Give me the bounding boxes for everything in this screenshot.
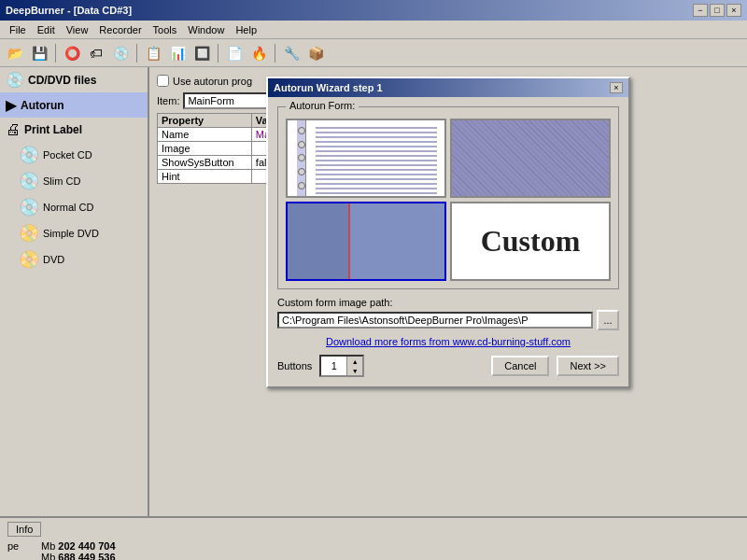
buttons-label: Buttons [277, 360, 312, 371]
sidebar-label-print-label: Print Label [24, 123, 82, 136]
sidebar-label-dvd: DVD [43, 254, 64, 265]
toolbar-disc[interactable]: 💿 [109, 42, 132, 64]
sidebar-item-autorun[interactable]: ▶ Autorun [0, 92, 148, 118]
spin-down-button[interactable]: ▼ [347, 366, 362, 375]
toolbar-sep-3 [218, 44, 218, 63]
menu-file[interactable]: File [4, 22, 32, 37]
spin-up-button[interactable]: ▲ [347, 357, 362, 366]
download-link[interactable]: Download more forms from www.cd-burning-… [277, 336, 619, 347]
path-row: ... [277, 310, 619, 330]
close-button[interactable]: × [726, 4, 741, 17]
menu-recorder[interactable]: Recorder [93, 22, 147, 37]
toolbar-tools2[interactable]: 🔧 [280, 42, 303, 64]
sidebar-item-pocket-cd[interactable]: 💿 Pocket CD [0, 142, 148, 168]
spin-control: 1 ▲ ▼ [319, 355, 364, 377]
menu-window[interactable]: Window [182, 22, 230, 37]
form-line [316, 164, 437, 166]
custom-path-section: Custom form image path: ... [277, 297, 619, 330]
menu-tools[interactable]: Tools [148, 22, 183, 37]
stat-label-1: Mb [41, 552, 55, 560]
dialog-title-text: Autorun Wizard step 1 [274, 82, 383, 93]
toolbar-doc[interactable]: 📄 [223, 42, 246, 64]
stat-row-1: Mb 688 449 536 [41, 552, 123, 560]
dialog-title-bar: Autorun Wizard step 1 × [268, 78, 628, 97]
sidebar-item-cd-dvd-files[interactable]: 💿 CD/DVD files [0, 67, 148, 92]
form-line [316, 169, 437, 171]
form-thumb-custom[interactable]: Custom [450, 202, 611, 281]
cancel-button[interactable]: Cancel [491, 356, 549, 376]
minimize-button[interactable]: − [693, 4, 708, 17]
spine-ring [298, 141, 305, 148]
form-line [316, 188, 437, 189]
sidebar-label-autorun: Autorun [21, 99, 64, 112]
toolbar-sep-2 [136, 44, 137, 63]
stat-label-0: Mb [41, 540, 55, 552]
form-line [316, 155, 437, 157]
bottom-panel: Info pe Mb 202 440 704 Mb 688 449 536 Mb… [0, 516, 747, 560]
sidebar-item-simple-dvd[interactable]: 📀 Simple DVD [0, 220, 148, 246]
split-left [288, 203, 350, 279]
form-thumb-textured[interactable] [450, 119, 611, 198]
toolbar: 📂 💾 ⭕ 🏷 💿 📋 📊 🔲 📄 🔥 🔧 📦 [0, 39, 747, 67]
window-title: DeepBurner - [Data CD#3] [6, 5, 132, 16]
toolbar-sep-4 [275, 44, 275, 63]
toolbar-open[interactable]: 📂 [4, 42, 26, 64]
toolbar-save[interactable]: 💾 [28, 42, 50, 64]
spin-value: 1 [321, 357, 347, 375]
notebook-spine [297, 120, 306, 196]
stat-row-0: Mb 202 440 704 [41, 540, 123, 552]
title-bar-buttons: − □ × [693, 4, 741, 17]
sidebar-item-normal-cd[interactable]: 💿 Normal CD [0, 194, 148, 220]
spine-ring [298, 154, 305, 161]
stats-section: Mb 202 440 704 Mb 688 449 536 Mb 736 966… [41, 540, 123, 560]
form-line [316, 197, 437, 198]
dialog-buttons-row: Buttons 1 ▲ ▼ Cancel Next >> [277, 355, 619, 377]
autorun-wizard-dialog: Autorun Wizard step 1 × Autorun Form: [266, 77, 630, 388]
dialog-close-button[interactable]: × [610, 82, 623, 93]
normal-cd-icon: 💿 [19, 197, 39, 217]
stat-value-0: 202 440 704 [58, 540, 115, 552]
dialog-overlay: Autorun Wizard step 1 × Autorun Form: [149, 67, 747, 516]
toolbar-fire[interactable]: 🔥 [247, 42, 270, 64]
maximize-button[interactable]: □ [710, 4, 725, 17]
menu-view[interactable]: View [61, 22, 94, 37]
toolbar-label[interactable]: 🏷 [85, 42, 107, 64]
info-tab[interactable]: Info [7, 522, 41, 537]
toolbar-rect[interactable]: 🔲 [190, 42, 213, 64]
browse-button[interactable]: ... [597, 310, 619, 330]
form-thumb-split[interactable] [286, 202, 446, 281]
spine-ring [298, 182, 305, 189]
sidebar-item-print-label[interactable]: 🖨 Print Label [0, 118, 148, 142]
bottom-stats: pe Mb 202 440 704 Mb 688 449 536 Mb 736 … [7, 540, 740, 560]
toolbar-copy[interactable]: 📋 [142, 42, 164, 64]
path-input[interactable] [277, 312, 593, 329]
menu-edit[interactable]: Edit [32, 22, 61, 37]
notebook-preview [288, 120, 444, 196]
toolbar-burn[interactable]: ⭕ [61, 42, 83, 64]
stat-value-1: 688 449 536 [58, 552, 115, 560]
form-thumb-notebook[interactable] [286, 119, 446, 198]
sidebar-label-pocket-cd: Pocket CD [43, 149, 92, 161]
dvd-icon: 📀 [19, 249, 39, 270]
sidebar: 💿 CD/DVD files ▶ Autorun 🖨 Print Label 💿… [0, 67, 149, 516]
spin-arrows: ▲ ▼ [347, 357, 362, 375]
sidebar-item-slim-cd[interactable]: 💿 Slim CD [0, 168, 148, 194]
next-button[interactable]: Next >> [557, 356, 619, 376]
menu-bar: File Edit View Recorder Tools Window Hel… [0, 21, 747, 39]
autorun-form-label: Autorun Form: [286, 100, 359, 111]
form-line [316, 174, 437, 175]
autorun-icon: ▶ [6, 96, 17, 114]
sidebar-item-dvd[interactable]: 📀 DVD [0, 246, 148, 273]
toolbar-extras[interactable]: 📦 [304, 42, 327, 64]
sidebar-label-simple-dvd: Simple DVD [43, 228, 99, 239]
form-line [316, 141, 437, 143]
cd-dvd-files-icon: 💿 [6, 71, 24, 89]
form-line [316, 178, 437, 180]
form-line [316, 160, 437, 161]
split-preview [288, 203, 444, 279]
menu-help[interactable]: Help [230, 22, 262, 37]
form-line [316, 150, 437, 152]
toolbar-stats[interactable]: 📊 [166, 42, 189, 64]
autorun-form-group: Autorun Form: [277, 106, 619, 289]
split-right [350, 203, 444, 279]
